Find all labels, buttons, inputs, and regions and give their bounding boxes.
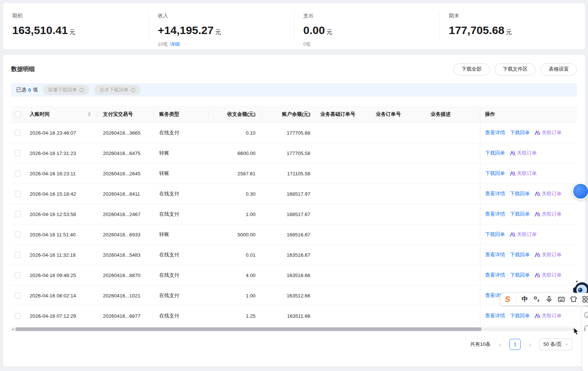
- action-label: 下载回单: [485, 170, 505, 177]
- ai-icon: [535, 273, 540, 277]
- related-order-link[interactable]: 关联订单: [510, 170, 537, 177]
- summary-income: 收入 +14,195.27 元 10笔详细: [148, 3, 294, 49]
- download-receipt-link[interactable]: 下载回单: [510, 313, 530, 319]
- col-account-type: 账务类型: [154, 106, 209, 122]
- download-all-button[interactable]: 下载全部: [454, 63, 490, 75]
- download-receipt-link[interactable]: 下载回单: [510, 211, 530, 217]
- order-no-cell: [370, 184, 426, 204]
- table-settings-button[interactable]: 表格设置: [541, 63, 577, 75]
- download-receipt-link[interactable]: 下载回单: [485, 150, 505, 156]
- download-receipt-link[interactable]: 下载回单: [510, 272, 530, 279]
- feedback-face-icon[interactable]: [584, 311, 588, 318]
- horizontal-scrollbar[interactable]: ◂ ▸: [11, 327, 577, 331]
- prev-page-button[interactable]: ‹: [499, 341, 501, 348]
- action-label: 下载回单: [510, 190, 530, 197]
- page-size-select[interactable]: 50 条/页: [539, 338, 572, 350]
- download-receipt-link[interactable]: 下载回单: [485, 231, 505, 238]
- view-detail-link[interactable]: 查看详情: [485, 190, 505, 197]
- entry-time-cell: 2026-04-16 09:48:25: [30, 265, 97, 285]
- row-checkbox[interactable]: [15, 191, 21, 197]
- related-order-link[interactable]: 关联订单: [535, 211, 562, 217]
- page-size-value: 50 条/页: [543, 341, 562, 348]
- scrollbar-thumb[interactable]: [16, 327, 481, 331]
- download-receipt-link[interactable]: 下载回单: [510, 129, 530, 136]
- view-detail-link[interactable]: 查看详情: [485, 129, 505, 136]
- expense-amount: 0.00: [303, 24, 325, 37]
- sort-icon[interactable]: [88, 112, 91, 117]
- ai-icon: [535, 131, 540, 135]
- related-order-link[interactable]: 关联订单: [535, 190, 562, 197]
- ime-toolbox-icon[interactable]: [582, 296, 588, 303]
- pagination: 共有10条 ‹ 1 › 50 条/页: [11, 338, 577, 350]
- table-row: 2026-04-16 15:18:42 20260416...8411 在线支付…: [11, 184, 577, 204]
- base-order-no-cell: [313, 225, 370, 244]
- income-count: 10笔: [158, 41, 168, 47]
- chevron-down-icon: [565, 343, 568, 345]
- view-detail-link[interactable]: 查看详情: [485, 313, 505, 319]
- ime-keyboard-icon[interactable]: [558, 296, 565, 303]
- download-receipt-link[interactable]: 下载回单: [510, 190, 530, 197]
- row-actions: 查看详情下载回单关联订单: [485, 129, 562, 136]
- balance-cell: 163512.66: [261, 286, 313, 306]
- action-label: 查看详情: [485, 190, 505, 197]
- base-order-no-cell: [313, 143, 370, 163]
- scroll-left-icon[interactable]: ◂: [12, 328, 15, 331]
- view-detail-link[interactable]: 查看详情: [485, 272, 505, 279]
- description-cell: [426, 306, 480, 326]
- description-cell: [426, 286, 480, 306]
- floating-assistant-button[interactable]: [572, 183, 588, 200]
- account-type-cell: 在线支付: [154, 265, 209, 285]
- row-checkbox[interactable]: [15, 171, 21, 176]
- ime-skin-icon[interactable]: [570, 296, 577, 303]
- related-order-link[interactable]: 关联订单: [535, 272, 562, 279]
- download-receipt-link[interactable]: 下载回单: [510, 252, 530, 258]
- merge-download-receipt-button[interactable]: 合并下载回单: [94, 85, 141, 95]
- view-detail-link[interactable]: 查看详情: [485, 252, 505, 258]
- row-checkbox[interactable]: [15, 150, 21, 156]
- action-label: 关联订单: [542, 190, 562, 197]
- download-receipt-link[interactable]: 下载回单: [485, 170, 505, 177]
- related-order-link[interactable]: 关联订单: [510, 231, 537, 238]
- income-detail-link[interactable]: 详细: [170, 41, 180, 47]
- side-helper-widget: [582, 307, 588, 371]
- view-detail-link[interactable]: 查看详情: [485, 211, 505, 217]
- table-body: 2026-04-16 23:46:07 20260416...3665 在线支付…: [11, 123, 577, 326]
- amount-cell: 1.00: [209, 286, 261, 306]
- balance-cell: 171105.58: [261, 163, 313, 183]
- action-label: 关联订单: [517, 231, 537, 238]
- txn-no-cell: 20260416...6475: [97, 143, 154, 163]
- related-order-link[interactable]: 关联订单: [535, 129, 562, 136]
- ime-logo-icon[interactable]: S: [505, 295, 511, 303]
- row-checkbox[interactable]: [15, 313, 21, 319]
- amount-cell: 6600.00: [209, 143, 261, 163]
- page-number[interactable]: 1: [510, 339, 521, 350]
- entry-time-cell: 2026-04-16 11:32:18: [30, 245, 97, 265]
- txn-no-cell: 20260416...5483: [97, 245, 154, 265]
- description-cell: [426, 225, 480, 244]
- row-checkbox[interactable]: [15, 272, 21, 278]
- account-type-cell: 转账: [154, 143, 209, 163]
- ime-voice-icon[interactable]: [546, 296, 552, 303]
- row-checkbox[interactable]: [15, 211, 21, 217]
- download-file-area-button[interactable]: 下载文件区: [495, 63, 536, 75]
- action-label: 下载回单: [485, 150, 505, 156]
- batch-download-receipt-button[interactable]: 批量下载回单: [43, 85, 89, 95]
- table-row: 2026-04-16 07:12:29 20260416...6877 在线支付…: [11, 306, 577, 326]
- select-all-checkbox[interactable]: [15, 111, 21, 117]
- ime-chinese-mode-button[interactable]: 中: [522, 295, 528, 303]
- table-row: 2026-04-16 16:23:11 20260416...2645 转账 2…: [11, 163, 577, 184]
- related-order-link[interactable]: 关联订单: [535, 252, 562, 258]
- row-checkbox[interactable]: [15, 252, 21, 258]
- row-checkbox[interactable]: [15, 130, 21, 136]
- table-row: 2026-04-16 11:32:18 20260416...5483 在线支付…: [11, 245, 577, 265]
- ime-punctuation-icon[interactable]: [534, 296, 540, 303]
- row-checkbox[interactable]: [15, 232, 21, 237]
- next-page-button[interactable]: ›: [529, 341, 531, 348]
- batch-download-label: 批量下载回单: [48, 87, 77, 93]
- row-actions: 下载回单关联订单: [485, 170, 537, 177]
- customer-service-headset-icon[interactable]: [584, 325, 588, 332]
- row-checkbox[interactable]: [15, 293, 21, 299]
- related-order-link[interactable]: 关联订单: [510, 150, 537, 156]
- row-actions: 下载回单关联订单: [485, 231, 537, 238]
- related-order-link[interactable]: 关联订单: [535, 313, 562, 319]
